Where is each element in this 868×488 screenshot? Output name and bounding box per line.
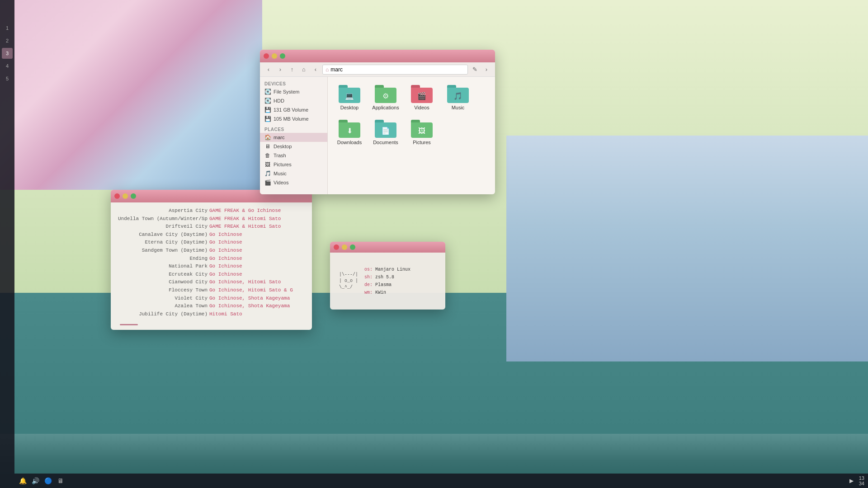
composer-text: Go Ichinose	[209, 247, 242, 255]
sysinfo-max[interactable]	[350, 244, 355, 250]
file-manager-sidebar: DEVICES 💽 File System 💽 HDD 💾 131 GB Vol…	[260, 77, 328, 194]
text-row: Floccesy Town Go Ichinose, Hitomi Sato &…	[117, 286, 306, 295]
ascii-cat: |\---/| | o_o | \_^_/	[336, 272, 358, 291]
sidebar-item-label: HDD	[274, 98, 284, 103]
workspace-1[interactable]: 1	[2, 23, 13, 33]
sidebar-item-filesystem[interactable]: 💽 File System	[260, 87, 327, 96]
sidebar-item-label: 105 MB Volume	[274, 116, 309, 122]
text-window-min[interactable]	[123, 193, 128, 199]
trash-icon: 🗑	[264, 152, 271, 159]
sidebar-item-label: Desktop	[274, 144, 292, 149]
filesystem-icon: 💽	[264, 89, 271, 95]
sidebar-item-label: Pictures	[274, 162, 292, 167]
file-item-music[interactable]: 🎵 Music	[442, 82, 474, 113]
composer-text: Go Ichinose	[209, 255, 242, 263]
home-button[interactable]: ⌂	[299, 65, 309, 75]
workspace-5[interactable]: 5	[2, 73, 13, 84]
sidebar-item-desktop[interactable]: 🖥 Desktop	[260, 142, 327, 151]
de-key: de:	[364, 282, 373, 287]
edit-button[interactable]: ✎	[470, 65, 480, 75]
file-item-documents[interactable]: 📄 Documents	[369, 117, 402, 148]
workspace-4[interactable]: 4	[2, 61, 13, 71]
taskbar-display-icon[interactable]: 🖥	[56, 476, 65, 485]
forward-button[interactable]: ›	[275, 65, 285, 75]
hdd-icon: 💽	[264, 98, 271, 104]
marc-icon: 🏠	[264, 134, 271, 141]
location-text: Floccesy Town	[117, 286, 208, 295]
file-label-desktop: Desktop	[340, 105, 359, 111]
file-manager-body: DEVICES 💽 File System 💽 HDD 💾 131 GB Vol…	[260, 77, 495, 194]
taskbar-expand[interactable]: ▶	[849, 478, 854, 484]
file-item-downloads[interactable]: ⬇ Downloads	[333, 117, 366, 148]
maximize-button[interactable]	[280, 53, 285, 59]
taskbar-volume-icon[interactable]: 🔊	[31, 476, 40, 485]
desktop-icon: 🖥	[264, 143, 271, 150]
location-text: Jubilife City (Daytime)	[117, 310, 208, 319]
sidebar-item-music[interactable]: 🎵 Music	[260, 169, 327, 178]
sidebar-item-label: File System	[274, 89, 299, 94]
location-text: Azalea Town	[117, 302, 208, 310]
composer-text: Go Ichinose	[209, 263, 242, 271]
workspace-3[interactable]: 3	[2, 48, 13, 59]
text-row: Jubilife City (Daytime) Hitomi Sato	[117, 310, 306, 319]
sidebar-item-131gb[interactable]: 💾 131 GB Volume	[260, 105, 327, 114]
workspace-2[interactable]: 2	[2, 35, 13, 46]
composer-text: GAME FREAK & Go Ichinose	[209, 207, 281, 215]
text-window-max[interactable]	[131, 193, 136, 199]
location-text: Aspertia City	[117, 207, 208, 215]
taskbar-notification-icon[interactable]: 🔔	[18, 476, 27, 485]
nav-right-button[interactable]: ›	[481, 65, 491, 75]
os-key: os:	[364, 267, 373, 272]
sidebar-item-trash[interactable]: 🗑 Trash	[260, 151, 327, 160]
minimize-button[interactable]	[272, 53, 277, 59]
sidebar-item-pictures[interactable]: 🖼 Pictures	[260, 160, 327, 169]
sidebar-item-videos[interactable]: 🎬 Videos	[260, 178, 327, 187]
file-item-videos[interactable]: 🎬 Videos	[406, 82, 438, 113]
devices-section-title: DEVICES	[260, 80, 327, 87]
videos-icon: 🎬	[264, 179, 271, 186]
sidebar-item-105mb[interactable]: 💾 105 MB Volume	[260, 114, 327, 123]
file-manager-titlebar	[260, 50, 495, 62]
location-text: Driftveil City	[117, 223, 208, 231]
text-content-area[interactable]: Aspertia City GAME FREAK & Go Ichinose U…	[111, 202, 312, 330]
sysinfo-row-wm: wm: KWin	[364, 289, 410, 296]
file-item-applications[interactable]: ⚙ Applications	[369, 82, 402, 113]
file-item-desktop[interactable]: 💻 Desktop	[333, 82, 366, 113]
back-button[interactable]: ‹	[264, 65, 274, 75]
sidebar-item-label: Music	[274, 171, 287, 176]
pictures-folder-icon: 🖼	[418, 127, 425, 135]
location-text: National Park	[117, 263, 208, 271]
workspace-taskbar: 1 2 3 4 5	[0, 0, 14, 488]
text-row: Undella Town (Autumn/Winter/Sp GAME FREA…	[117, 215, 306, 223]
composer-text: Go Ichinose	[209, 231, 242, 239]
address-bar[interactable]: ⌂ marc	[322, 65, 468, 75]
taskbar-time: 1334	[859, 475, 864, 486]
taskbar-bluetooth-icon[interactable]: 🔵	[43, 476, 52, 485]
composer-text: Go Ichinose, Hitomi Sato	[209, 278, 281, 286]
text-scrollbar[interactable]	[120, 324, 138, 325]
text-row: Aspertia City GAME FREAK & Go Ichinose	[117, 207, 306, 215]
text-row: Sandgem Town (Daytime) Go Ichinose	[117, 247, 306, 255]
file-label-downloads: Downloads	[337, 140, 362, 145]
file-item-pictures[interactable]: 🖼 Pictures	[406, 117, 438, 148]
sidebar-item-marc[interactable]: 🏠 marc	[260, 133, 327, 142]
131gb-icon: 💾	[264, 107, 271, 113]
downloads-folder-icon: ⬇	[347, 127, 353, 135]
wm-key: wm:	[364, 290, 373, 295]
file-label-applications: Applications	[372, 105, 399, 111]
text-window-close[interactable]	[114, 193, 120, 199]
text-window: Aspertia City GAME FREAK & Go Ichinose U…	[111, 190, 312, 330]
nav-left-button[interactable]: ‹	[311, 65, 321, 75]
sysinfo-row-os: os: Manjaro Linux	[364, 266, 410, 273]
sh-val: zsh 5.8	[375, 275, 394, 280]
close-button[interactable]	[264, 53, 269, 59]
sidebar-item-label: Trash	[274, 153, 286, 158]
sysinfo-close[interactable]	[334, 244, 339, 250]
sh-key: sh:	[364, 275, 373, 280]
places-section-title: PLACES	[260, 126, 327, 133]
composer-text: Hitomi Sato	[209, 310, 242, 319]
sidebar-item-hdd[interactable]: 💽 HDD	[260, 96, 327, 105]
sysinfo-min[interactable]	[342, 244, 347, 250]
up-button[interactable]: ↑	[287, 65, 297, 75]
sysinfo-titlebar	[330, 242, 445, 253]
